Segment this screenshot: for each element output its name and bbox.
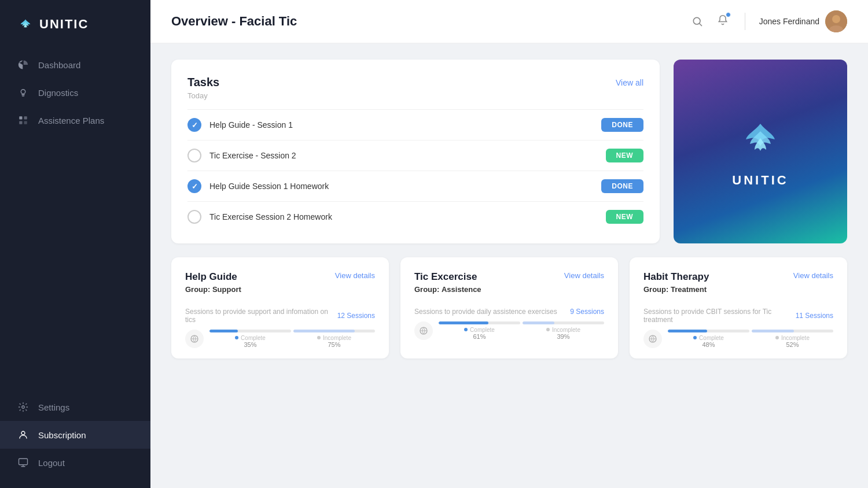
globe-icon-habit-therapy <box>643 330 662 348</box>
svg-rect-2 <box>24 116 27 119</box>
sidebar-item-dashboard[interactable]: Dashboard <box>0 51 150 79</box>
complete-label-habit-therapy: Complete <box>699 335 724 341</box>
page-title: Overview - Facial Tic <box>171 14 297 29</box>
progress-group-habit-therapy: Complete 48% Incomplete 52% <box>668 330 833 348</box>
plan-title-tic-exercise: Tic Excercise <box>414 271 477 283</box>
task-checkbox-4[interactable] <box>187 210 201 224</box>
plan-title-help-guide: Help Guide <box>185 271 237 283</box>
task-left-3: Help Guide Session 1 Homework <box>187 179 329 193</box>
header-user[interactable]: Jones Ferdinand <box>759 10 847 32</box>
task-badge-3: DONE <box>601 179 643 193</box>
task-checkbox-2[interactable] <box>187 149 201 162</box>
view-details-tic-exercise[interactable]: View details <box>564 271 604 280</box>
sidebar-item-settings-label: Settings <box>38 402 69 412</box>
header-divider <box>745 13 745 30</box>
plan-group-habit-therapy: Group: Treatment <box>643 285 833 294</box>
plan-card-header-habit-therapy: Habit Therapy View details <box>643 271 833 283</box>
complete-pct-tic-exercise: 61% <box>473 333 486 340</box>
incomplete-label-habit-therapy: Incomplete <box>781 335 810 341</box>
main-area: Overview - Facial Tic Jones Ferdinand <box>150 0 868 488</box>
sidebar-item-settings[interactable]: Settings <box>0 393 150 421</box>
svg-point-5 <box>22 406 25 409</box>
logo-icon <box>17 16 34 32</box>
incomplete-pct-habit-therapy: 52% <box>786 341 799 348</box>
view-details-habit-therapy[interactable]: View details <box>793 271 833 280</box>
incomplete-label-tic-exercise: Incomplete <box>552 327 580 333</box>
plan-desc-tic-exercise: Sessions to provide daily assistence exe… <box>414 308 557 316</box>
tasks-card: Tasks View all Today Help Guide - Sessio… <box>171 60 660 243</box>
tasks-header: Tasks View all <box>187 76 643 89</box>
user-circle-icon <box>17 429 29 441</box>
search-icon <box>692 16 703 27</box>
plan-card-tic-exercise: Tic Excercise View details Group: Assist… <box>400 257 618 358</box>
incomplete-pct-help-guide: 75% <box>328 341 340 348</box>
svg-rect-3 <box>19 121 22 124</box>
plan-card-habit-therapy: Habit Therapy View details Group: Treatm… <box>630 257 847 358</box>
search-button[interactable] <box>689 13 705 29</box>
task-left-4: Tic Exercise Session 2 Homework <box>187 210 332 224</box>
svg-point-6 <box>21 431 25 435</box>
plan-sessions-habit-therapy: 11 Sessions <box>796 312 833 320</box>
svg-point-10 <box>832 15 840 23</box>
task-badge-2: NEW <box>606 149 644 162</box>
sidebar-item-logout-label: Logout <box>38 458 65 468</box>
sidebar-item-logout[interactable]: Logout <box>0 449 150 476</box>
task-item-3: Help Guide Session 1 Homework DONE <box>187 171 643 201</box>
sidebar-item-dashboard-label: Dashboard <box>38 60 80 70</box>
plan-desc-row-help-guide: Sessions to provide support and infomati… <box>185 308 375 324</box>
gear-icon <box>17 401 29 413</box>
incomplete-pct-tic-exercise: 39% <box>557 333 569 340</box>
avatar <box>825 10 847 32</box>
svg-rect-1 <box>19 116 22 119</box>
plan-progress-row-tic-exercise: Complete 61% Incomplete 39% <box>414 321 604 340</box>
plan-card-header-help-guide: Help Guide View details <box>185 271 375 283</box>
plan-desc-help-guide: Sessions to provide support and infomati… <box>185 308 337 324</box>
task-item-4: Tic Exercise Session 2 Homework NEW <box>187 201 643 232</box>
svg-point-0 <box>21 90 25 94</box>
task-name-2: Tic Exercise - Session 2 <box>209 151 296 160</box>
task-left-2: Tic Exercise - Session 2 <box>187 149 296 162</box>
top-row: Tasks View all Today Help Guide - Sessio… <box>171 60 847 243</box>
plan-desc-habit-therapy: Sessions to provide CBIT sessions for Ti… <box>643 308 796 324</box>
plan-sessions-help-guide: 12 Sessions <box>337 312 375 320</box>
logo-text: UNITIC <box>39 17 89 32</box>
sidebar: UNITIC Dashboard Dignostics <box>0 0 150 488</box>
plan-progress-row-help-guide: Complete 35% Incomplete 75% <box>185 330 375 348</box>
sidebar-item-subscription-label: Subscription <box>38 430 86 440</box>
task-name-4: Tic Exercise Session 2 Homework <box>209 212 332 221</box>
sidebar-logo: UNITIC <box>0 0 150 51</box>
plan-group-help-guide: Group: Support <box>185 285 375 294</box>
plan-progress-row-habit-therapy: Complete 48% Incomplete 52% <box>643 330 833 348</box>
plan-card-help-guide: Help Guide View details Group: Support S… <box>171 257 389 358</box>
progress-group-tic-exercise: Complete 61% Incomplete 39% <box>439 321 604 340</box>
progress-group-help-guide: Complete 35% Incomplete 75% <box>209 330 375 348</box>
sidebar-item-diagnostics-label: Dignostics <box>38 88 78 98</box>
complete-label-help-guide: Complete <box>241 335 266 341</box>
plan-group-tic-exercise: Group: Assistence <box>414 285 604 294</box>
svg-rect-7 <box>19 459 28 465</box>
sidebar-item-diagnostics[interactable]: Dignostics <box>0 79 150 106</box>
view-details-help-guide[interactable]: View details <box>335 271 375 280</box>
user-name: Jones Ferdinand <box>759 17 819 26</box>
sidebar-item-assistance-plans-label: Assistence Plans <box>38 116 104 125</box>
content-area: Tasks View all Today Help Guide - Sessio… <box>150 43 868 488</box>
notification-button[interactable] <box>715 12 731 31</box>
task-name-3: Help Guide Session 1 Homework <box>209 182 329 191</box>
complete-pct-habit-therapy: 48% <box>702 341 715 348</box>
bottom-row: Help Guide View details Group: Support S… <box>171 257 847 358</box>
sidebar-item-subscription[interactable]: Subscription <box>0 421 150 449</box>
plan-sessions-tic-exercise: 9 Sessions <box>570 308 604 316</box>
grid-icon <box>17 114 29 126</box>
plan-desc-row-habit-therapy: Sessions to provide CBIT sessions for Ti… <box>643 308 833 324</box>
view-all-link[interactable]: View all <box>616 78 643 87</box>
task-left-1: Help Guide - Session 1 <box>187 118 293 132</box>
globe-icon-tic-exercise <box>414 321 433 340</box>
incomplete-label-help-guide: Incomplete <box>323 335 351 341</box>
plan-title-habit-therapy: Habit Therapy <box>643 271 709 283</box>
task-checkbox-3[interactable] <box>187 179 201 193</box>
header: Overview - Facial Tic Jones Ferdinand <box>150 0 868 43</box>
sidebar-item-assistance-plans[interactable]: Assistence Plans <box>0 106 150 134</box>
task-checkbox-1[interactable] <box>187 118 201 132</box>
chart-pie-icon <box>17 59 29 71</box>
banner-logo-text: UNITIC <box>732 173 788 188</box>
